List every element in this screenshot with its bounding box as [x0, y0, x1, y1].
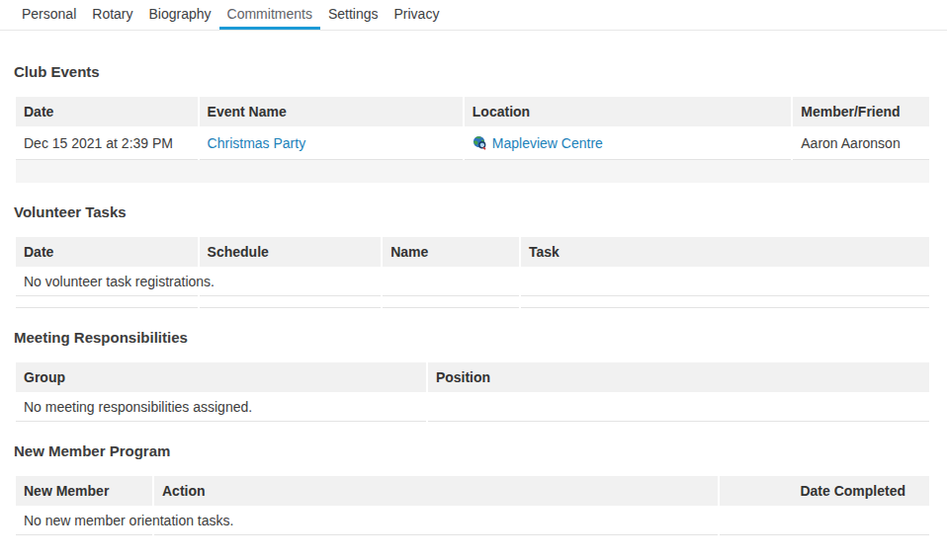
meeting-responsibilities-empty-row: No meeting responsibilities assigned. — [16, 392, 929, 422]
new-member-program-table: New Member Action Date Completed No new … — [14, 476, 931, 535]
location-link[interactable]: Mapleview Centre — [492, 135, 603, 151]
meeting-responsibilities-header-position: Position — [428, 362, 929, 392]
map-globe-icon — [473, 135, 487, 150]
club-events-header-location: Location — [465, 97, 791, 126]
club-events-header-row: Date Event Name Location Member/Friend — [16, 97, 929, 126]
tab-commitments[interactable]: Commitments — [219, 0, 320, 30]
volunteer-tasks-spacer-row — [16, 296, 929, 308]
tab-settings[interactable]: Settings — [320, 0, 387, 30]
meeting-responsibilities-title: Meeting Responsibilities — [14, 329, 931, 347]
volunteer-tasks-header-name: Name — [383, 237, 519, 267]
empty-cell — [16, 296, 198, 308]
meeting-responsibilities-empty-message: No meeting responsibilities assigned. — [16, 392, 426, 422]
club-events-header-member-friend: Member/Friend — [793, 97, 929, 126]
club-events-title: Club Events — [14, 63, 931, 81]
empty-cell — [521, 296, 929, 308]
empty-cell — [428, 392, 929, 422]
new-member-program-title: New Member Program — [14, 442, 931, 460]
club-event-member-friend: Aaron Aaronson — [793, 126, 929, 160]
club-events-table: Date Event Name Location Member/Friend D… — [14, 97, 931, 183]
event-name-link[interactable]: Christmas Party — [208, 135, 306, 151]
volunteer-tasks-header-schedule: Schedule — [200, 237, 382, 267]
club-event-row: Dec 15 2021 at 2:39 PM Christmas Party — [16, 126, 929, 160]
new-member-program-header-date-completed: Date Completed — [720, 476, 929, 506]
empty-cell — [383, 296, 519, 308]
new-member-program-header-row: New Member Action Date Completed — [16, 476, 929, 506]
volunteer-tasks-empty-row: No volunteer task registrations. — [16, 267, 929, 296]
profile-tab-bar: Personal Rotary Biography Commitments Se… — [0, 0, 947, 31]
volunteer-tasks-title: Volunteer Tasks — [14, 203, 931, 221]
commitments-page: Club Events Date Event Name Location Mem… — [14, 63, 931, 535]
empty-cell — [200, 296, 382, 308]
new-member-program-empty-row: No new member orientation tasks. — [16, 506, 929, 535]
volunteer-tasks-header-task: Task — [521, 237, 929, 267]
tab-privacy[interactable]: Privacy — [387, 0, 448, 30]
club-events-header-date: Date — [16, 97, 198, 126]
volunteer-tasks-header-date: Date — [16, 237, 198, 267]
volunteer-tasks-table: Date Schedule Name Task No volunteer tas… — [14, 237, 931, 308]
club-event-name-cell: Christmas Party — [200, 126, 463, 160]
tab-rotary[interactable]: Rotary — [84, 0, 140, 30]
club-events-footer-cell — [16, 160, 929, 183]
tab-biography[interactable]: Biography — [141, 0, 219, 30]
club-events-footer-strip — [16, 160, 929, 183]
volunteer-tasks-header-row: Date Schedule Name Task — [16, 237, 929, 267]
volunteer-tasks-empty-message: No volunteer task registrations. — [16, 267, 198, 296]
meeting-responsibilities-header-group: Group — [16, 362, 426, 392]
empty-cell — [200, 267, 382, 296]
club-events-header-event-name: Event Name — [200, 97, 463, 126]
empty-cell — [521, 267, 929, 296]
meeting-responsibilities-header-row: Group Position — [16, 362, 929, 392]
empty-cell — [154, 506, 718, 535]
empty-cell — [383, 267, 519, 296]
meeting-responsibilities-table: Group Position No meeting responsibiliti… — [14, 362, 931, 422]
new-member-program-header-new-member: New Member — [16, 476, 152, 506]
club-event-date: Dec 15 2021 at 2:39 PM — [16, 126, 198, 160]
club-event-location-cell: Mapleview Centre — [465, 126, 791, 160]
empty-cell — [720, 506, 929, 535]
tab-personal[interactable]: Personal — [14, 0, 84, 30]
new-member-program-header-action: Action — [154, 476, 718, 506]
new-member-program-empty-message: No new member orientation tasks. — [16, 506, 152, 535]
